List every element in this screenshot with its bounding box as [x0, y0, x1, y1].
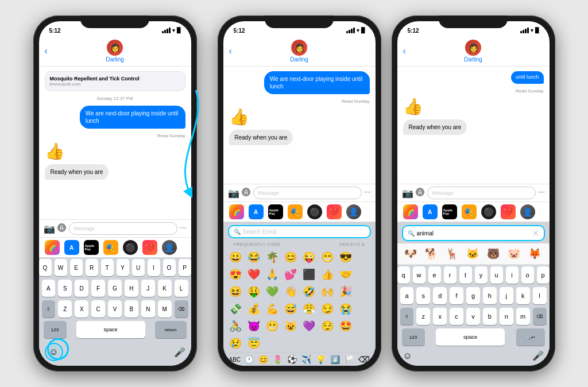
emoji-cell[interactable]: 🤩 — [337, 318, 354, 334]
back-button-2[interactable]: ‹ — [229, 46, 232, 56]
emoji-cell[interactable]: 😜 — [300, 249, 318, 265]
key-t[interactable]: T — [101, 259, 114, 276]
emoji-cell[interactable]: 🌴 — [264, 249, 281, 265]
emoji-button-1[interactable]: ☺ — [45, 343, 63, 361]
emoji-cell[interactable]: 🙌 — [319, 284, 336, 300]
result-emoji-bear[interactable]: 🐻 — [485, 246, 502, 262]
emoji-cell[interactable]: 😊 — [282, 249, 299, 265]
key-k[interactable]: K — [158, 280, 172, 297]
result-emoji-dog[interactable]: 🐕 — [423, 246, 440, 262]
emoji-cell[interactable]: 😤 — [300, 301, 318, 317]
key-delete-3[interactable]: ⌫ — [533, 308, 547, 325]
flag-icon-2[interactable]: 🏳️ — [345, 355, 354, 364]
emoji-cell[interactable]: 🎉 — [337, 284, 354, 300]
key-l-3[interactable]: l — [533, 287, 547, 304]
key-r-3[interactable]: r — [444, 266, 457, 284]
emoji-cell[interactable]: 😺 — [282, 318, 299, 334]
key-q[interactable]: Q — [39, 259, 52, 276]
key-y[interactable]: Y — [117, 259, 129, 276]
key-e[interactable]: E — [70, 259, 83, 276]
key-g[interactable]: G — [108, 280, 122, 297]
emoji-cell[interactable]: 👍 — [319, 266, 336, 282]
person-icon-1[interactable]: 👤 — [162, 240, 177, 255]
applepay-icon-1[interactable]: Apple Pay — [84, 240, 99, 255]
waveform-icon-2[interactable]: 〰 — [364, 189, 371, 197]
sports-icon-2[interactable]: ⚽ — [287, 355, 297, 364]
key-i-3[interactable]: i — [506, 266, 519, 284]
key-j[interactable]: J — [141, 280, 155, 297]
camera-icon-2[interactable]: 📷 — [228, 188, 239, 199]
camera-icon-1[interactable]: 📷 — [44, 223, 55, 234]
dark-icon-1[interactable]: ⚫ — [123, 240, 138, 255]
key-b[interactable]: B — [125, 300, 138, 318]
person-icon-3[interactable]: 👤 — [520, 204, 535, 219]
key-return-3[interactable]: 🔍↩ — [516, 328, 545, 346]
key-n[interactable]: N — [141, 300, 155, 318]
emoji-cell[interactable]: 🤝 — [337, 266, 354, 282]
emoji-cell[interactable]: 💪 — [264, 301, 281, 317]
result-emoji-deer[interactable]: 🦌 — [443, 246, 461, 262]
emoji-cell[interactable]: 😁 — [319, 249, 336, 265]
key-space[interactable]: space — [76, 321, 145, 338]
app-icon-input-2[interactable]: 🅐 — [242, 188, 251, 198]
emoji-cell[interactable]: 😍 — [227, 266, 244, 282]
key-p-3[interactable]: p — [537, 266, 550, 284]
tulip-icon-2[interactable]: 🌷 — [273, 355, 283, 364]
emoji-cell[interactable]: 😅 — [282, 301, 299, 317]
emoji-cell[interactable]: 😌 — [319, 318, 336, 334]
key-v[interactable]: V — [108, 300, 122, 318]
key-j-3[interactable]: j — [500, 287, 513, 304]
key-o-3[interactable]: o — [521, 266, 534, 284]
key-g-3[interactable]: g — [466, 287, 480, 304]
hash-icon-2[interactable]: #️⃣ — [330, 355, 340, 364]
key-a[interactable]: A — [42, 280, 56, 297]
emoji-cell[interactable]: 😂 — [245, 249, 262, 265]
smiley-cat-icon-2[interactable]: 😊 — [258, 355, 268, 364]
emoji-search-input-3[interactable]: animal — [417, 230, 530, 237]
key-b-3[interactable]: b — [483, 308, 497, 325]
memoji-icon-2[interactable]: 🎭 — [288, 204, 303, 219]
applepay-icon-2[interactable]: Apple Pay — [268, 204, 283, 219]
message-input-2[interactable]: Message — [253, 187, 362, 199]
travel-icon-2[interactable]: ✈️ — [301, 355, 311, 364]
key-r[interactable]: R — [86, 259, 98, 276]
app-icon-input-3[interactable]: 🅐 — [416, 188, 425, 198]
key-v-3[interactable]: v — [466, 308, 480, 325]
memoji-icon-3[interactable]: 🎭 — [462, 204, 477, 219]
emoji-cell[interactable]: 👋 — [282, 284, 299, 300]
red-icon-3[interactable]: ❤️ — [501, 204, 516, 219]
waveform-icon-3[interactable]: 〰 — [538, 189, 545, 197]
key-return[interactable]: return — [155, 321, 187, 338]
waveform-icon-1[interactable]: 〰 — [180, 225, 187, 233]
result-emoji-fox[interactable]: 🦊 — [526, 246, 543, 262]
key-s[interactable]: S — [58, 280, 72, 297]
emoji-cell[interactable]: 😆 — [227, 284, 244, 300]
key-e-3[interactable]: e — [428, 266, 441, 284]
key-o[interactable]: O — [163, 259, 176, 276]
photos-app-icon-3[interactable]: 🌈 — [403, 204, 418, 219]
key-t-3[interactable]: t — [459, 266, 472, 284]
person-icon-2[interactable]: 👤 — [346, 204, 361, 219]
applepay-icon-3[interactable]: Apple Pay — [442, 204, 457, 219]
emoji-search-bar-3[interactable]: 🔍 animal ✕ — [402, 225, 545, 241]
result-emoji-cat[interactable]: 🐱 — [464, 246, 481, 262]
emoji-cell[interactable]: ⬛ — [300, 266, 318, 282]
emoji-cell[interactable]: ❤️ — [245, 266, 262, 282]
key-numbers-3[interactable]: 123 — [402, 328, 425, 346]
key-w[interactable]: W — [55, 259, 67, 276]
key-w-3[interactable]: w — [413, 266, 425, 284]
key-f-3[interactable]: f — [450, 287, 463, 304]
key-y-3[interactable]: y — [475, 266, 488, 284]
message-input-1[interactable]: Message — [69, 222, 177, 235]
key-delete[interactable]: ⌫ — [175, 300, 188, 318]
key-n-3[interactable]: n — [500, 308, 513, 325]
key-c-3[interactable]: c — [450, 308, 463, 325]
emoji-search-bar-2[interactable]: 🔍 Search Emoji — [228, 225, 371, 238]
abc-button-2[interactable]: ABC — [229, 357, 241, 363]
emoji-cell[interactable]: 💚 — [264, 284, 281, 300]
delete-emoji-2[interactable]: ⌫ — [358, 355, 370, 364]
key-u-3[interactable]: u — [490, 266, 503, 284]
key-i[interactable]: I — [148, 259, 160, 276]
app-icon-input-1[interactable]: 🅐 — [57, 223, 67, 234]
emoji-cell[interactable]: 💰 — [245, 301, 262, 317]
